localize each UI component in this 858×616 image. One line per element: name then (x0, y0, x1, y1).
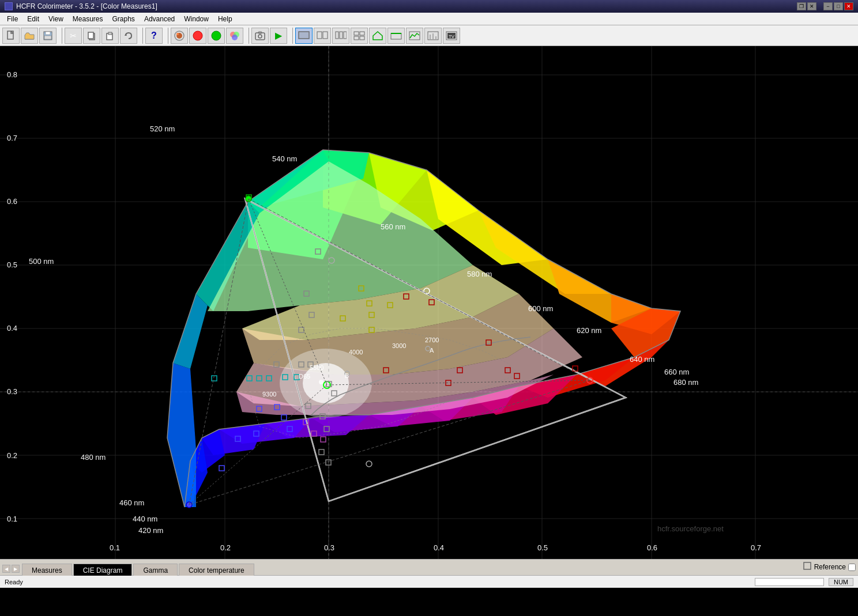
svg-text:540 nm: 540 nm (272, 154, 297, 163)
maximize-btn[interactable]: □ (834, 2, 843, 10)
svg-text:520 nm: 520 nm (150, 124, 175, 133)
svg-text:0.2: 0.2 (220, 543, 231, 552)
menu-advanced[interactable]: Advanced (140, 13, 179, 25)
svg-rect-24 (336, 32, 338, 39)
svg-rect-22 (317, 32, 322, 39)
svg-text:0.8: 0.8 (7, 70, 17, 79)
svg-text:0.5: 0.5 (537, 543, 548, 552)
new-btn[interactable] (2, 28, 20, 44)
statusbar: Ready NUM (0, 575, 858, 588)
child-close-btn[interactable]: ✕ (807, 2, 816, 10)
svg-text:660 nm: 660 nm (664, 368, 689, 376)
titlebar: HCFR Colorimeter - 3.5.2 - [Color Measur… (0, 0, 858, 13)
svg-text:420 nm: 420 nm (138, 526, 163, 535)
cut-btn[interactable]: ✂ (65, 28, 82, 44)
svg-text:0.7: 0.7 (751, 543, 761, 552)
progress-bar (755, 578, 824, 586)
toolbar-sep-4 (246, 28, 249, 44)
menu-help[interactable]: Help (213, 13, 237, 25)
tab-gamma[interactable]: Gamma (133, 564, 178, 576)
svg-rect-23 (323, 32, 328, 39)
svg-point-16 (232, 35, 238, 40)
reference-checkbox[interactable] (848, 564, 856, 571)
display-mode-9[interactable]: TV (443, 28, 460, 44)
svg-point-18 (258, 35, 262, 38)
app-icon (5, 2, 13, 10)
multi-color-btn[interactable] (226, 28, 243, 44)
svg-text:0.5: 0.5 (7, 260, 17, 269)
display-mode-3[interactable] (332, 28, 349, 44)
svg-point-151 (319, 380, 323, 384)
copy-btn[interactable] (83, 28, 100, 44)
toolbar-sep-1 (59, 28, 62, 44)
svg-text:0.3: 0.3 (7, 387, 17, 396)
tabbar: ◀ ▶ Measures CIE Diagram Gamma Color tem… (0, 559, 858, 575)
svg-rect-2 (46, 32, 50, 35)
camera-btn[interactable] (251, 28, 269, 44)
display-mode-1[interactable] (295, 28, 313, 44)
help-btn[interactable]: ? (145, 28, 163, 44)
svg-rect-17 (255, 33, 265, 40)
svg-text:D65: D65 (299, 373, 310, 380)
svg-rect-29 (354, 36, 359, 40)
menubar: File Edit View Measures Graphs Advanced … (0, 13, 858, 25)
menu-measures[interactable]: Measures (68, 13, 108, 25)
num-indicator: NUM (829, 578, 853, 586)
svg-text:580 nm: 580 nm (467, 270, 492, 278)
svg-text:440 nm: 440 nm (133, 515, 157, 523)
svg-text:4000: 4000 (349, 349, 363, 356)
menu-file[interactable]: File (2, 13, 22, 25)
cie-diagram: 0.1 0.2 0.3 0.4 0.5 0.6 0.7 0.8 0.1 0.2 … (0, 46, 858, 559)
svg-text:3000: 3000 (392, 342, 406, 349)
reference-icon (803, 561, 812, 573)
svg-text:0.7: 0.7 (7, 134, 17, 142)
svg-text:0.3: 0.3 (324, 543, 334, 552)
svg-rect-199 (804, 562, 811, 569)
display-mode-2[interactable] (314, 28, 331, 44)
svg-rect-3 (44, 36, 51, 39)
svg-rect-26 (344, 32, 347, 39)
svg-text:0.4: 0.4 (434, 543, 444, 552)
svg-text:680 nm: 680 nm (673, 378, 698, 387)
red-color-btn[interactable] (189, 28, 206, 44)
tab-color-temperature[interactable]: Color temperature (179, 564, 254, 576)
play-btn[interactable]: ▶ (270, 28, 287, 44)
tab-measures[interactable]: Measures (22, 564, 72, 576)
colorimeter-btn[interactable] (171, 28, 188, 44)
svg-text:600 nm: 600 nm (528, 304, 553, 313)
minimize-btn[interactable]: − (823, 2, 833, 10)
tab-scroll-left[interactable]: ◀ (2, 565, 10, 573)
app-title: HCFR Colorimeter - 3.5.2 - [Color Measur… (16, 2, 157, 10)
svg-text:0.2: 0.2 (7, 451, 17, 460)
display-mode-7[interactable] (406, 28, 423, 44)
titlebar-left: HCFR Colorimeter - 3.5.2 - [Color Measur… (5, 2, 157, 10)
menu-view[interactable]: View (44, 13, 68, 25)
display-mode-5[interactable] (369, 28, 386, 44)
green-color-btn[interactable] (208, 28, 225, 44)
svg-point-12 (193, 31, 202, 40)
svg-text:A: A (430, 347, 434, 354)
menu-graphs[interactable]: Graphs (108, 13, 140, 25)
svg-text:5500: 5500 (310, 364, 323, 371)
display-mode-8[interactable] (424, 28, 442, 44)
svg-rect-32 (391, 33, 401, 39)
menu-window[interactable]: Window (179, 13, 213, 25)
display-mode-4[interactable] (351, 28, 368, 44)
tab-cie-diagram[interactable]: CIE Diagram (73, 564, 133, 576)
restore-down-btn[interactable]: ❐ (797, 2, 806, 10)
svg-marker-31 (373, 32, 382, 40)
svg-text:0.6: 0.6 (647, 543, 657, 552)
tab-scroll-right[interactable]: ▶ (12, 565, 20, 573)
display-mode-6[interactable] (387, 28, 405, 44)
menu-edit[interactable]: Edit (22, 13, 44, 25)
open-btn[interactable] (21, 28, 38, 44)
svg-point-93 (280, 349, 372, 418)
svg-rect-28 (360, 32, 364, 35)
svg-text:B: B (345, 372, 349, 379)
toolbar-sep-5 (289, 28, 293, 44)
save-btn[interactable] (39, 28, 57, 44)
undo-btn[interactable] (120, 28, 137, 44)
paste-btn[interactable] (101, 28, 119, 44)
close-btn[interactable]: ✕ (844, 2, 853, 10)
svg-rect-5 (88, 32, 93, 39)
